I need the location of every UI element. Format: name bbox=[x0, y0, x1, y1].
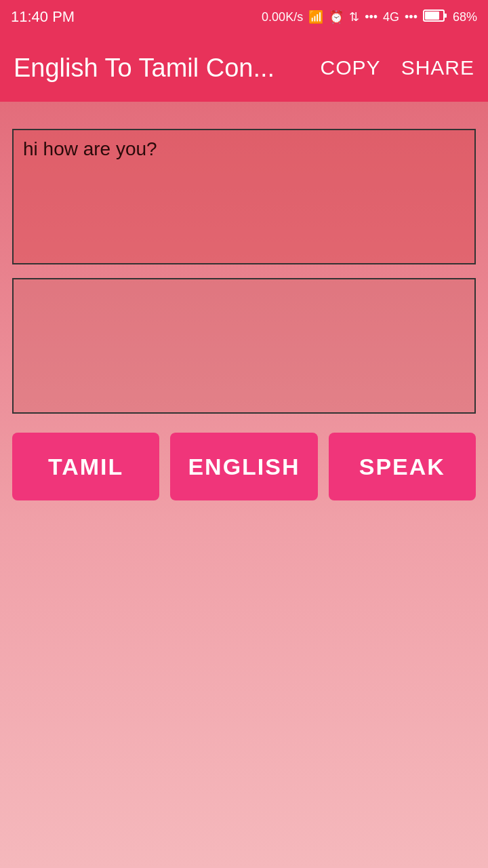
svg-rect-2 bbox=[444, 14, 447, 18]
network-type: 4G bbox=[383, 10, 399, 24]
app-bar: English To Tamil Con... COPY SHARE bbox=[0, 34, 488, 102]
network-speed: 0.00K/s bbox=[262, 10, 303, 24]
sync-icon: ⇅ bbox=[349, 9, 359, 24]
english-button[interactable]: ENGLISH bbox=[170, 433, 317, 500]
copy-button[interactable]: COPY bbox=[321, 56, 381, 79]
speak-button[interactable]: SPEAK bbox=[329, 433, 476, 500]
signal-icon: ••• bbox=[365, 10, 378, 24]
battery-percent: 68% bbox=[453, 10, 477, 24]
status-bar: 11:40 PM 0.00K/s 📶 ⏰ ⇅ ••• 4G ••• 68% bbox=[0, 0, 488, 34]
app-bar-actions: COPY SHARE bbox=[321, 56, 474, 79]
content-area: TAMIL ENGLISH SPEAK bbox=[0, 102, 488, 514]
bluetooth-icon: 📶 bbox=[308, 9, 323, 24]
app-title: English To Tamil Con... bbox=[14, 54, 274, 83]
tamil-output bbox=[12, 278, 476, 414]
english-input[interactable] bbox=[12, 129, 476, 264]
status-time: 11:40 PM bbox=[11, 8, 75, 26]
share-button[interactable]: SHARE bbox=[401, 56, 474, 79]
tamil-button[interactable]: TAMIL bbox=[12, 433, 159, 500]
status-icons: 0.00K/s 📶 ⏰ ⇅ ••• 4G ••• 68% bbox=[262, 9, 477, 26]
time-text: 11:40 PM bbox=[11, 8, 75, 26]
action-buttons: TAMIL ENGLISH SPEAK bbox=[12, 433, 476, 500]
alarm-icon: ⏰ bbox=[329, 9, 344, 24]
battery-icon bbox=[423, 9, 447, 26]
signal2-icon: ••• bbox=[405, 10, 418, 24]
svg-rect-1 bbox=[425, 12, 439, 20]
